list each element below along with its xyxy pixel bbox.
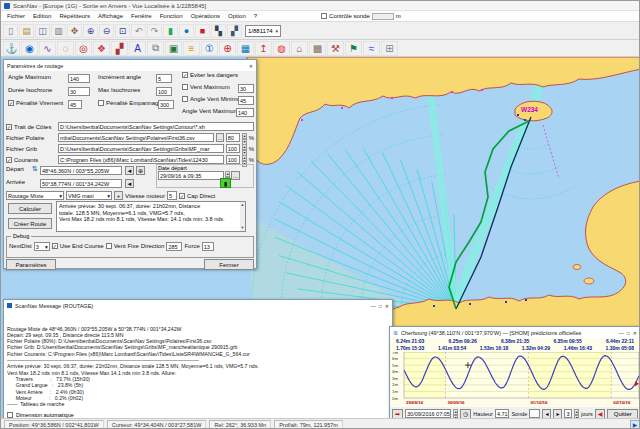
quitter-button[interactable]: Quitter [607, 409, 638, 419]
tide-datetime-field[interactable]: 30/09/2016 07:05 [405, 409, 451, 418]
courants-percent-field[interactable]: 100 [226, 155, 240, 164]
grid-icon[interactable]: ⊞ [381, 41, 398, 56]
minimize-icon[interactable]: — [619, 330, 624, 336]
zoom-window-icon[interactable]: ⊡ [115, 24, 130, 38]
grib-sync-button[interactable]: ▮ [220, 178, 231, 188]
menu-edition[interactable]: Edition [29, 13, 55, 19]
lasso-icon[interactable]: ◌ [57, 41, 74, 56]
arrivee-position-field[interactable]: 50°38,774N / 001°34,242W [40, 179, 122, 188]
creer-route-button[interactable]: Créer Route [8, 218, 52, 229]
routing-result-box[interactable]: Arrivée prévue: 30 sept. 06:37, durée: 2… [56, 201, 246, 232]
direction-field[interactable]: 285 [166, 242, 182, 251]
depart-position-field[interactable]: 48°46,360N / 003°55,205W [40, 166, 122, 175]
menu-fentre[interactable]: Fenêtre [127, 13, 156, 19]
zoom-out-icon[interactable]: ⊖ [99, 24, 114, 38]
compass-icon[interactable]: ◉ [21, 41, 38, 56]
menu-oprations[interactable]: Opérations [187, 13, 224, 19]
map-window-icon[interactable]: ▩ [309, 41, 326, 56]
tide-curve-plot[interactable]: 7m6m5m4m3m2m1m0m29/09/1630/09/1601/10/16… [391, 352, 640, 410]
highway-icon[interactable]: ≡ [183, 41, 200, 56]
fichier-polaire-path-field[interactable]: mba\Documents\ScanNav Settings\Polaires\… [58, 133, 214, 142]
angle-vent-max-field[interactable]: 140 [236, 108, 254, 117]
vent-fixe-checkbox[interactable] [106, 243, 112, 249]
tools-icon[interactable]: ⚒ [327, 41, 344, 56]
force-field[interactable]: 13 [202, 242, 214, 251]
print-icon[interactable]: ▥ [51, 24, 66, 38]
menu-rptiteurs[interactable]: Répétiteurs [55, 13, 94, 19]
penalite-empannage-checkbox[interactable] [98, 100, 104, 106]
grib-percent-spinner[interactable]: ▲▼ [242, 144, 247, 153]
browse-polaire-button[interactable]: ... [216, 133, 224, 142]
scale-select[interactable]: 1/881174 ▾ [245, 25, 281, 37]
globe-blue-icon[interactable]: ● [179, 24, 194, 38]
next-day-button[interactable]: ▸ [553, 409, 562, 419]
routage-mode-select[interactable]: Routage Mixte▾ [6, 191, 64, 200]
menu-fonction[interactable]: Fonction [156, 13, 187, 19]
depart-gps-button[interactable]: ⊕ [136, 166, 145, 175]
open-folder-icon[interactable]: ▤ [19, 24, 34, 38]
new-file-icon[interactable]: ▯ [3, 24, 18, 38]
scroll-up-icon[interactable]: ▲ [240, 202, 245, 209]
gps-screen-icon[interactable]: ▣ [165, 41, 182, 56]
waypoint-label-w234[interactable]: W234 [521, 106, 538, 113]
swap-depart-arrivee-icon[interactable]: ⇅ [32, 165, 38, 173]
stop-red-icon[interactable]: ■ [195, 24, 210, 38]
route-points-icon[interactable]: ∿ [39, 41, 56, 56]
maximize-icon[interactable]: □ [379, 303, 382, 309]
thermometer-icon[interactable]: ↥ [255, 41, 272, 56]
close-icon[interactable]: ✕ [385, 303, 389, 309]
penalite-virement-checkbox[interactable] [8, 100, 14, 106]
harbour-icon[interactable]: ⌂ [291, 41, 308, 56]
vitesse-moteur-field[interactable]: 5 [167, 191, 177, 200]
penalite-empannage-field[interactable]: 300 [158, 100, 174, 109]
trait-cotes-checkbox[interactable] [6, 124, 12, 130]
lifebuoy-icon[interactable]: ◍ [273, 41, 290, 56]
step-forward-button[interactable]: ➡ [392, 409, 403, 419]
calculer-button[interactable]: Calculer [8, 203, 52, 214]
scroll-down-icon[interactable]: ▼ [240, 225, 245, 232]
target-red-icon[interactable]: ⊕ [219, 41, 236, 56]
maximize-icon[interactable]: □ [627, 330, 630, 336]
layers-green-icon[interactable]: ▮ [163, 24, 178, 38]
chart-dark-icon[interactable]: ▚ [211, 24, 226, 38]
polaire-percent-spinner[interactable]: ▲▼ [242, 133, 247, 142]
date-depart-browse-button[interactable]: ... [231, 171, 240, 180]
copy-pages-icon[interactable]: ⧉ [147, 41, 164, 56]
fichier-grib-path-field[interactable]: D:\Users\benba\Documents\ScanNav Setting… [58, 144, 224, 153]
pan-hand-icon[interactable]: ✥ [67, 24, 82, 38]
clock-icon[interactable]: ◷ [460, 409, 471, 419]
next-view-icon[interactable]: ↷ [147, 24, 162, 38]
prev-day-button[interactable]: ◂ [542, 409, 551, 419]
tide-window-titlebar[interactable]: ≋ Cherbourg (49°38,110'N / 001°37,970'W)… [390, 327, 640, 338]
menu-affichage[interactable]: Affichage [94, 13, 127, 19]
angle-max-field[interactable]: 140 [68, 74, 90, 83]
angle-vent-min-field[interactable]: 45 [238, 96, 254, 105]
pick-arrivee-on-map-button[interactable]: ◄ [125, 179, 134, 188]
angle-vent-min-checkbox[interactable] [182, 96, 188, 102]
menu-fichier[interactable]: Fichier [3, 13, 29, 19]
save-icon[interactable]: ◫ [35, 24, 50, 38]
tide-gauge-icon[interactable]: ▦ [237, 41, 254, 56]
grib-percent-field[interactable]: 100 [226, 144, 240, 153]
parametres-button[interactable]: Paramètres [6, 259, 56, 270]
photo-target-icon[interactable]: ◎ [75, 41, 92, 56]
nextdist-select[interactable]: 3▾ [34, 242, 50, 251]
anchor-icon[interactable]: ⚓ [3, 41, 20, 56]
courants-checkbox[interactable] [6, 157, 12, 163]
menu-?[interactable]: ? [250, 13, 261, 19]
vent-maximum-checkbox[interactable] [182, 84, 188, 90]
vent-maximum-field[interactable]: 30 [238, 84, 254, 93]
cap-direct-checkbox[interactable] [179, 193, 185, 199]
max-isochrones-field[interactable]: 100 [156, 87, 172, 96]
polar-chart-icon[interactable]: ▞ [111, 41, 128, 56]
pick-depart-on-map-button[interactable]: ◄ [125, 166, 134, 175]
close-icon[interactable]: ✕ [249, 63, 253, 69]
jours-field[interactable]: 3 [564, 409, 572, 418]
sonde-value-field[interactable] [372, 13, 394, 20]
fermer-button[interactable]: Fermer [204, 259, 254, 270]
date-depart-field[interactable]: 29/09/16 à 09:35 [158, 171, 224, 180]
jours-spinner[interactable]: ▲▼ [574, 409, 579, 418]
zoom-in-icon[interactable]: ⊕ [83, 24, 98, 38]
increment-angle-field[interactable]: 5 [156, 74, 172, 83]
minimize-icon[interactable]: — [371, 303, 376, 309]
